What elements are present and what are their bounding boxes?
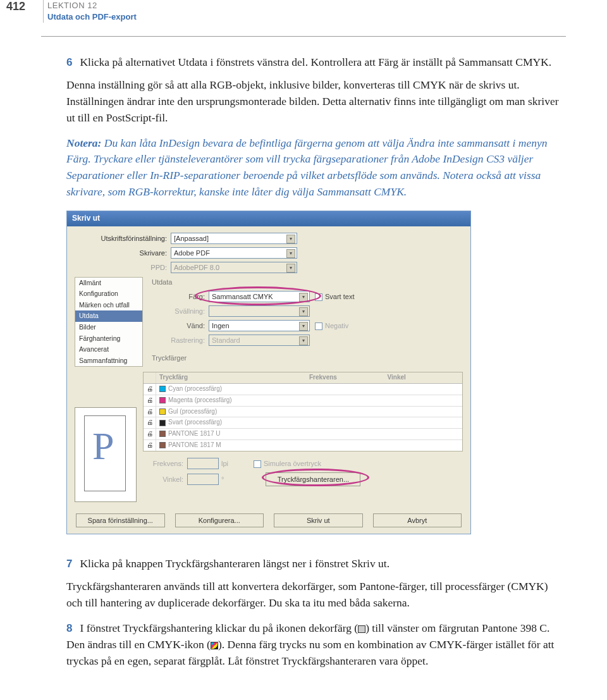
note-block: Notera: Du kan låta InDesign bevara de b… <box>66 135 560 201</box>
angle-unit: ° <box>221 474 224 484</box>
ink-freq <box>306 384 384 395</box>
chevron-down-icon: ▾ <box>299 336 308 345</box>
ink-freq <box>306 407 384 417</box>
print-button[interactable]: Skriv ut <box>274 513 363 527</box>
preview-letter: P <box>92 417 114 476</box>
page-number: 412 <box>6 0 25 13</box>
configure-button[interactable]: Konfigurera... <box>175 513 264 527</box>
preset-dropdown[interactable]: [Anpassad]▾ <box>171 233 297 244</box>
chevron-down-icon: ▾ <box>299 293 308 302</box>
sidebar-item-config[interactable]: Konfiguration <box>75 288 142 300</box>
sidebar-item-images[interactable]: Bilder <box>75 322 142 333</box>
raster-label: Rastrering: <box>152 335 209 345</box>
chevron-down-icon: ▾ <box>286 249 295 258</box>
ink-freq <box>306 395 384 406</box>
negative-checkbox <box>315 322 322 330</box>
printer-dropdown[interactable]: Adobe PDF▾ <box>171 247 297 259</box>
simulate-overprint-checkbox <box>254 460 261 468</box>
step-number: 6 <box>66 56 72 68</box>
spot-color-icon <box>358 625 365 633</box>
panel-title: Utdata <box>152 277 463 287</box>
category-list: Allmänt Konfiguration Märken och utfall … <box>75 277 143 367</box>
flip-dropdown[interactable]: Ingen▾ <box>209 320 310 331</box>
cancel-button[interactable]: Avbryt <box>373 513 462 527</box>
inks-table: Tryckfärg Frekvens Vinkel 🖨Cyan (process… <box>143 372 463 451</box>
ink-row: 🖨Cyan (processfärg) <box>144 384 462 395</box>
ink-print-icon: 🖨 <box>144 384 156 395</box>
ink-print-icon: 🖨 <box>144 407 156 417</box>
blacktext-checkbox[interactable] <box>315 293 322 301</box>
header-divider <box>43 0 44 23</box>
sidebar-item-output[interactable]: Utdata <box>75 310 142 322</box>
sidebar-item-general[interactable]: Allmänt <box>75 278 142 289</box>
step-6: 6Klicka på alternativet Utdata i fönstre… <box>66 54 560 126</box>
step-8: 8I fönstret Tryckfärgshantering klickar … <box>66 620 560 670</box>
blacktext-label: Svart text <box>325 293 354 300</box>
ink-manager-button[interactable]: Tryckfärgshanteraren... <box>266 472 360 486</box>
ink-freq <box>306 417 384 428</box>
chevron-down-icon: ▾ <box>286 264 295 273</box>
sidebar-item-colormgmt[interactable]: Färghantering <box>75 333 142 345</box>
ink-name: Svart (processfärg) <box>156 417 306 428</box>
preset-label: Utskriftsförinställning: <box>75 233 171 243</box>
ink-row: 🖨PANTONE 1817 M <box>144 440 462 451</box>
ink-print-icon: 🖨 <box>144 395 156 406</box>
ink-name: Magenta (processfärg) <box>156 395 306 406</box>
color-label: Färg: <box>152 292 209 302</box>
step-text: Klicka på knappen Tryckfärgshanteraren l… <box>80 557 389 570</box>
col-header-ink: Tryckfärg <box>156 372 306 383</box>
step-text: Denna inställning gör så att alla RGB-ob… <box>66 77 560 126</box>
print-dialog: Skriv ut Utskriftsförinställning: [Anpas… <box>66 211 471 534</box>
negative-label: Negativ <box>325 322 348 329</box>
page-header: 412 LEKTION 12 Utdata och PDF-export <box>41 0 566 37</box>
note-text: Du kan låta InDesign bevara de befintlig… <box>66 137 548 199</box>
printer-label: Skrivare: <box>75 248 171 258</box>
sidebar-item-summary[interactable]: Sammanfattning <box>75 355 142 367</box>
step-text: Tryckfärgshanteraren används till att ko… <box>66 579 560 611</box>
step-number: 8 <box>66 622 72 634</box>
ink-name: PANTONE 1817 U <box>156 429 306 439</box>
ink-print-icon: 🖨 <box>144 429 156 439</box>
ppd-dropdown: AdobePDF 8.0▾ <box>171 262 297 273</box>
ink-freq <box>306 440 384 451</box>
cmyk-icon <box>211 642 218 649</box>
ink-print-icon: 🖨 <box>144 440 156 451</box>
ink-name: Gul (processfärg) <box>156 407 306 417</box>
flip-label: Vänd: <box>152 321 209 331</box>
col-header-freq: Frekvens <box>306 372 384 383</box>
inks-section-title: Tryckfärger <box>152 353 463 363</box>
ink-name: Cyan (processfärg) <box>156 384 306 395</box>
page-preview: P <box>75 407 137 502</box>
overprint-dropdown: ▾ <box>209 305 310 317</box>
dialog-title: Skriv ut <box>67 211 470 226</box>
color-dropdown[interactable]: Sammansatt CMYK▾ <box>209 291 310 302</box>
ink-freq <box>306 429 384 439</box>
step-text: I fönstret Tryckfärgshantering klickar d… <box>80 622 358 634</box>
freq-input <box>187 458 219 469</box>
step-7: 7Klicka på knappen Tryckfärgshanteraren … <box>66 556 560 611</box>
ink-row: 🖨Magenta (processfärg) <box>144 395 462 407</box>
sidebar-item-advanced[interactable]: Avancerat <box>75 344 142 355</box>
ink-row: 🖨Gul (processfärg) <box>144 407 462 418</box>
save-preset-button[interactable]: Spara förinställning... <box>76 513 165 527</box>
angle-input <box>187 474 219 485</box>
ink-row: 🖨Svart (processfärg) <box>144 417 462 429</box>
freq-unit: lpi <box>221 458 228 469</box>
angle-label: Vinkel: <box>143 474 187 484</box>
chevron-down-icon: ▾ <box>299 322 308 331</box>
ink-angle <box>384 417 463 428</box>
step-text: Klicka på alternativet Utdata i fönstret… <box>80 56 551 68</box>
ink-angle <box>384 407 463 417</box>
sidebar-item-marks[interactable]: Märken och utfall <box>75 300 142 311</box>
col-header-angle: Vinkel <box>384 372 463 383</box>
ink-print-icon: 🖨 <box>144 417 156 428</box>
chevron-down-icon: ▾ <box>286 235 295 243</box>
ppd-label: PPD: <box>75 262 171 273</box>
ink-angle <box>384 395 463 406</box>
note-label: Notera: <box>66 137 101 149</box>
freq-label: Frekvens: <box>143 458 187 469</box>
step-number: 7 <box>66 558 72 570</box>
ink-angle <box>384 384 463 395</box>
lesson-number: LEKTION 12 <box>47 0 137 11</box>
lesson-title: Utdata och PDF-export <box>47 11 137 23</box>
